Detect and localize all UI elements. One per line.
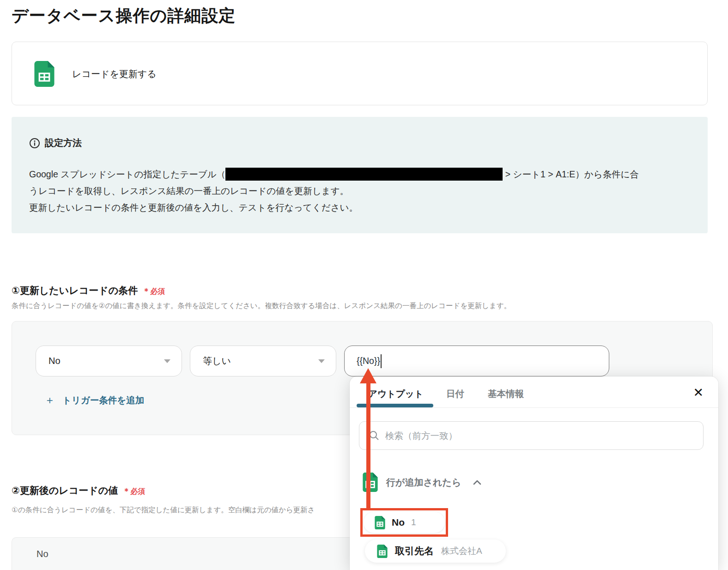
output-item-client-name[interactable]: 取引先名 株式会社A: [365, 540, 506, 563]
tabs-divider: [350, 407, 718, 408]
info-heading: 設定方法: [29, 137, 82, 149]
required-badge: ＊必須: [122, 487, 145, 495]
tab-date[interactable]: 日付: [446, 388, 464, 400]
output-item-no[interactable]: No 1: [364, 512, 445, 533]
output-picker-popup: アウトプット 日付 基本情報 ✕: [350, 376, 718, 570]
condition-operator-select[interactable]: 等しい: [190, 346, 336, 376]
section1-heading: ①更新したいレコードの条件＊必須: [12, 284, 165, 297]
required-badge: ＊必須: [142, 287, 165, 295]
chevron-down-icon: [164, 359, 170, 363]
text-cursor: [381, 354, 382, 368]
page: データベース操作の詳細設定 レコードを更新する: [0, 0, 728, 570]
chevron-down-icon: [318, 359, 325, 363]
info-line-3: 更新したいレコードの条件と更新後の値を入力し、テストを行なってください。: [29, 199, 639, 216]
section2-heading: ②更新後のレコードの値＊必須: [12, 484, 145, 497]
action-label: レコードを更新する: [72, 68, 157, 80]
mapping-arrow-head: [360, 368, 376, 383]
google-sheets-icon: [377, 545, 388, 558]
update-field-label: No: [36, 549, 49, 559]
section2-description: ①の条件に合うレコードの値を、下記で指定した値に更新します。空白欄は元の値から更…: [12, 505, 315, 515]
google-sheets-icon: [34, 61, 55, 89]
page-title: データベース操作の詳細設定: [12, 5, 236, 27]
condition-value-input[interactable]: {{No}}: [344, 346, 609, 376]
section1-description: 条件に合うレコードの値を②の値に書き換えます。条件を設定してください。複数行合致…: [12, 301, 511, 311]
tab-basic-info[interactable]: 基本情報: [488, 388, 524, 400]
output-group-label: 行が追加されたら: [386, 476, 461, 489]
info-line-2: うレコードを取得し、レスポンス結果の一番上のレコードの値を更新します。: [29, 182, 639, 199]
redacted-black-bar: [225, 168, 503, 181]
search-input[interactable]: [385, 431, 703, 441]
info-description: Google スプレッドシートの指定したテーブル（ > シート1 > A1:E）…: [29, 166, 639, 216]
info-line-1: Google スプレッドシートの指定したテーブル（ > シート1 > A1:E）…: [29, 166, 639, 182]
plus-icon: ＋: [44, 393, 55, 407]
close-icon[interactable]: ✕: [693, 387, 704, 399]
tab-output[interactable]: アウトプット: [368, 388, 424, 400]
chevron-up-icon[interactable]: [473, 480, 481, 485]
action-card: レコードを更新する: [12, 42, 708, 105]
add-trigger-condition-button[interactable]: ＋ トリガー条件を追加: [44, 393, 144, 407]
output-search[interactable]: [359, 421, 704, 450]
popup-tabs: アウトプット 日付 基本情報 ✕: [350, 376, 718, 407]
output-group-row[interactable]: 行が追加されたら: [363, 473, 481, 492]
google-sheets-icon: [375, 516, 385, 529]
output-item-no-highlight: No 1: [360, 508, 448, 537]
info-circle-icon: [29, 138, 40, 149]
info-box: 設定方法 Google スプレッドシートの指定したテーブル（ > シート1 > …: [12, 117, 708, 233]
mapping-arrow-line: [366, 382, 370, 508]
condition-field-select[interactable]: No: [36, 346, 182, 376]
